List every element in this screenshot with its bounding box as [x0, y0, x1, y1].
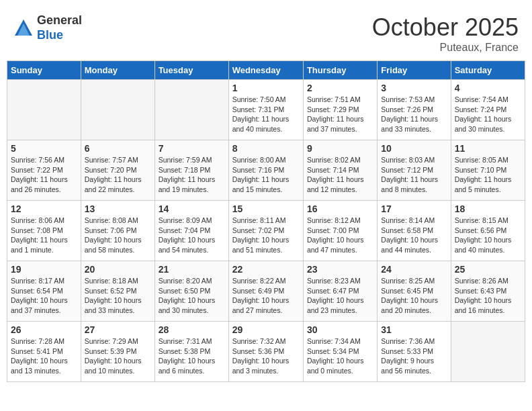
page-header: General Blue October 2025 Puteaux, Franc… — [7, 7, 525, 57]
day-info: Sunrise: 7:54 AM Sunset: 7:24 PM Dayligh… — [455, 95, 521, 134]
day-number: 29 — [232, 324, 300, 335]
day-number: 28 — [159, 324, 225, 335]
day-info: Sunrise: 8:20 AM Sunset: 6:50 PM Dayligh… — [159, 276, 225, 316]
day-info: Sunrise: 8:00 AM Sunset: 7:16 PM Dayligh… — [232, 155, 300, 195]
weekday-header-wednesday: Wednesday — [228, 61, 303, 80]
day-info: Sunrise: 7:36 AM Sunset: 5:33 PM Dayligh… — [381, 336, 447, 376]
day-info: Sunrise: 8:03 AM Sunset: 7:12 PM Dayligh… — [381, 155, 447, 195]
day-number: 9 — [307, 143, 373, 154]
calendar-cell: 1Sunrise: 7:50 AM Sunset: 7:31 PM Daylig… — [228, 80, 303, 140]
calendar-cell: 21Sunrise: 8:20 AM Sunset: 6:50 PM Dayli… — [154, 261, 228, 322]
day-number: 19 — [11, 264, 77, 275]
logo-general-text: General — [37, 13, 82, 28]
day-number: 27 — [85, 324, 151, 335]
calendar-cell: 5Sunrise: 7:56 AM Sunset: 7:22 PM Daylig… — [7, 140, 81, 201]
calendar-cell: 15Sunrise: 8:11 AM Sunset: 7:02 PM Dayli… — [228, 201, 303, 261]
calendar-cell: 11Sunrise: 8:05 AM Sunset: 7:10 PM Dayli… — [451, 140, 525, 201]
day-number: 5 — [11, 143, 77, 154]
day-info: Sunrise: 7:32 AM Sunset: 5:36 PM Dayligh… — [232, 336, 300, 376]
day-info: Sunrise: 7:31 AM Sunset: 5:38 PM Dayligh… — [159, 336, 225, 376]
day-info: Sunrise: 8:22 AM Sunset: 6:49 PM Dayligh… — [232, 276, 300, 316]
day-number: 2 — [307, 83, 373, 93]
day-info: Sunrise: 8:06 AM Sunset: 7:08 PM Dayligh… — [11, 216, 77, 255]
day-info: Sunrise: 8:26 AM Sunset: 6:43 PM Dayligh… — [455, 276, 521, 316]
day-number: 23 — [307, 264, 373, 275]
day-info: Sunrise: 7:34 AM Sunset: 5:34 PM Dayligh… — [307, 336, 373, 376]
calendar-cell: 9Sunrise: 8:02 AM Sunset: 7:14 PM Daylig… — [303, 140, 377, 201]
day-info: Sunrise: 8:23 AM Sunset: 6:47 PM Dayligh… — [307, 276, 373, 316]
calendar-cell: 13Sunrise: 8:08 AM Sunset: 7:06 PM Dayli… — [81, 201, 154, 261]
weekday-header-friday: Friday — [378, 61, 451, 80]
calendar-cell: 30Sunrise: 7:34 AM Sunset: 5:34 PM Dayli… — [303, 322, 377, 382]
calendar-cell: 7Sunrise: 7:59 AM Sunset: 7:18 PM Daylig… — [154, 140, 228, 201]
day-number: 21 — [159, 264, 225, 275]
month-title: October 2025 — [372, 13, 519, 42]
calendar-cell — [81, 80, 154, 140]
day-info: Sunrise: 7:51 AM Sunset: 7:29 PM Dayligh… — [307, 95, 373, 134]
day-number: 13 — [85, 203, 151, 214]
calendar-cell: 25Sunrise: 8:26 AM Sunset: 6:43 PM Dayli… — [451, 261, 525, 322]
logo-blue-text: Blue — [37, 28, 82, 43]
weekday-header-sunday: Sunday — [7, 61, 81, 80]
day-number: 15 — [232, 203, 300, 214]
day-number: 11 — [455, 143, 521, 154]
calendar-cell: 19Sunrise: 8:17 AM Sunset: 6:54 PM Dayli… — [7, 261, 81, 322]
title-section: October 2025 Puteaux, France — [372, 13, 519, 54]
day-number: 24 — [381, 264, 447, 275]
day-number: 3 — [381, 83, 447, 93]
day-number: 1 — [232, 83, 300, 93]
day-number: 25 — [455, 264, 521, 275]
calendar-week-row: 26Sunrise: 7:28 AM Sunset: 5:41 PM Dayli… — [7, 322, 525, 382]
day-info: Sunrise: 7:56 AM Sunset: 7:22 PM Dayligh… — [11, 155, 77, 195]
logo: General Blue — [13, 13, 82, 42]
day-info: Sunrise: 7:59 AM Sunset: 7:18 PM Dayligh… — [159, 155, 225, 195]
calendar-cell: 6Sunrise: 7:57 AM Sunset: 7:20 PM Daylig… — [81, 140, 154, 201]
calendar-cell: 18Sunrise: 8:15 AM Sunset: 6:56 PM Dayli… — [451, 201, 525, 261]
day-info: Sunrise: 8:02 AM Sunset: 7:14 PM Dayligh… — [307, 155, 373, 195]
day-number: 22 — [232, 264, 300, 275]
day-number: 12 — [11, 203, 77, 214]
day-number: 10 — [381, 143, 447, 154]
calendar-cell: 16Sunrise: 8:12 AM Sunset: 7:00 PM Dayli… — [303, 201, 377, 261]
calendar-cell: 24Sunrise: 8:25 AM Sunset: 6:45 PM Dayli… — [378, 261, 451, 322]
day-number: 14 — [159, 203, 225, 214]
calendar-week-row: 19Sunrise: 8:17 AM Sunset: 6:54 PM Dayli… — [7, 261, 525, 322]
day-info: Sunrise: 8:05 AM Sunset: 7:10 PM Dayligh… — [455, 155, 521, 195]
calendar-cell: 8Sunrise: 8:00 AM Sunset: 7:16 PM Daylig… — [228, 140, 303, 201]
day-info: Sunrise: 8:25 AM Sunset: 6:45 PM Dayligh… — [381, 276, 447, 316]
day-number: 8 — [232, 143, 300, 154]
day-info: Sunrise: 7:50 AM Sunset: 7:31 PM Dayligh… — [232, 95, 300, 134]
day-info: Sunrise: 8:14 AM Sunset: 6:58 PM Dayligh… — [381, 216, 447, 255]
day-number: 31 — [381, 324, 447, 335]
day-number: 26 — [11, 324, 77, 335]
day-number: 30 — [307, 324, 373, 335]
calendar-cell: 3Sunrise: 7:53 AM Sunset: 7:26 PM Daylig… — [378, 80, 451, 140]
day-number: 18 — [455, 203, 521, 214]
day-info: Sunrise: 8:08 AM Sunset: 7:06 PM Dayligh… — [85, 216, 151, 255]
calendar-cell: 4Sunrise: 7:54 AM Sunset: 7:24 PM Daylig… — [451, 80, 525, 140]
day-info: Sunrise: 8:17 AM Sunset: 6:54 PM Dayligh… — [11, 276, 77, 316]
calendar-cell: 22Sunrise: 8:22 AM Sunset: 6:49 PM Dayli… — [228, 261, 303, 322]
calendar-cell: 12Sunrise: 8:06 AM Sunset: 7:08 PM Dayli… — [7, 201, 81, 261]
day-info: Sunrise: 8:18 AM Sunset: 6:52 PM Dayligh… — [85, 276, 151, 316]
day-info: Sunrise: 7:57 AM Sunset: 7:20 PM Dayligh… — [85, 155, 151, 195]
calendar-cell: 10Sunrise: 8:03 AM Sunset: 7:12 PM Dayli… — [378, 140, 451, 201]
calendar-cell — [7, 80, 81, 140]
weekday-header-thursday: Thursday — [303, 61, 377, 80]
calendar-week-row: 12Sunrise: 8:06 AM Sunset: 7:08 PM Dayli… — [7, 201, 525, 261]
day-number: 4 — [455, 83, 521, 93]
day-number: 20 — [85, 264, 151, 275]
day-number: 16 — [307, 203, 373, 214]
location: Puteaux, France — [372, 42, 519, 54]
calendar-cell: 27Sunrise: 7:29 AM Sunset: 5:39 PM Dayli… — [81, 322, 154, 382]
calendar-cell — [451, 322, 525, 382]
day-number: 6 — [85, 143, 151, 154]
weekday-header-row: SundayMondayTuesdayWednesdayThursdayFrid… — [7, 61, 525, 80]
calendar-cell: 26Sunrise: 7:28 AM Sunset: 5:41 PM Dayli… — [7, 322, 81, 382]
day-number: 7 — [159, 143, 225, 154]
calendar-cell: 14Sunrise: 8:09 AM Sunset: 7:04 PM Dayli… — [154, 201, 228, 261]
day-info: Sunrise: 7:29 AM Sunset: 5:39 PM Dayligh… — [85, 336, 151, 376]
calendar-week-row: 1Sunrise: 7:50 AM Sunset: 7:31 PM Daylig… — [7, 80, 525, 140]
weekday-header-saturday: Saturday — [451, 61, 525, 80]
weekday-header-monday: Monday — [81, 61, 154, 80]
